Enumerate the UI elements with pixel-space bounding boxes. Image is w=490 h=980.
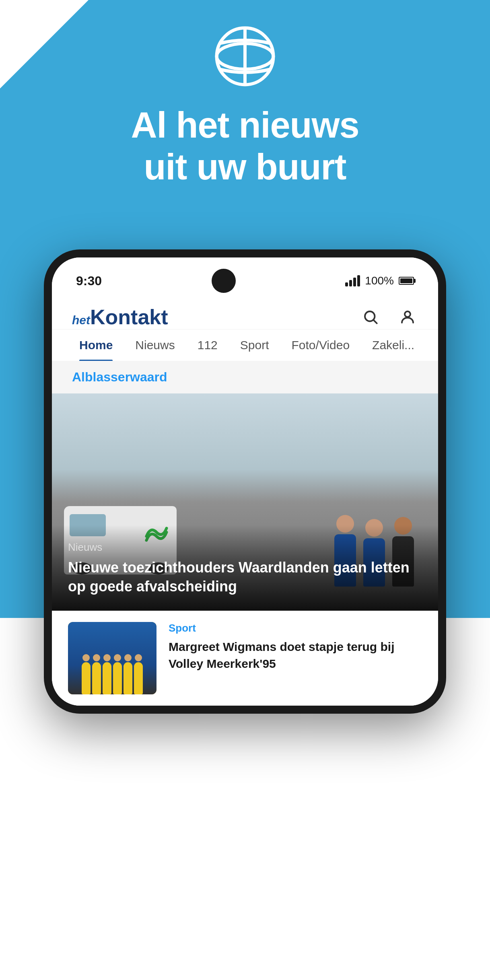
second-news-category: Sport (169, 622, 422, 634)
main-news-article[interactable]: Nieuws Nieuwe toezichthouders Waardlande… (52, 393, 438, 611)
second-news-content: Sport Margreet Wigmans doet stapje terug… (169, 622, 422, 672)
svg-point-5 (405, 311, 410, 317)
tab-zakelijk[interactable]: Zakeli... (361, 329, 426, 361)
battery-icon (399, 277, 414, 285)
news-overlay: Nieuws Nieuwe toezichthouders Waardlande… (52, 525, 438, 611)
status-bar: 9:30 100% (52, 257, 438, 297)
tagline-line2: uit uw buurt (131, 146, 359, 188)
tab-home[interactable]: Home (68, 329, 124, 361)
phone-mockup: 9:30 100% het (44, 249, 446, 714)
app-header: het Kontakt (52, 297, 438, 329)
category-label: Alblasserwaard (72, 370, 167, 384)
main-news-title: Nieuwe toezichthouders Waardlanden gaan … (68, 558, 422, 596)
tab-112[interactable]: 112 (186, 329, 229, 361)
camera-notch (212, 269, 236, 293)
profile-button[interactable] (397, 307, 418, 327)
app-logo: het Kontakt (72, 305, 168, 329)
tab-fotovideo[interactable]: Foto/Video (280, 329, 361, 361)
second-news-article[interactable]: Sport Margreet Wigmans doet stapje terug… (52, 611, 438, 706)
globe-icon (213, 24, 277, 89)
navigation-tabs: Home Nieuws 112 Sport Foto/Video Zakeli.… (52, 329, 438, 361)
tagline-line1: Al het nieuws (131, 105, 359, 146)
phone-body: 9:30 100% het (44, 249, 446, 714)
tab-nieuws[interactable]: Nieuws (124, 329, 186, 361)
logo-kontakt: Kontakt (90, 305, 168, 329)
logo-het: het (72, 313, 90, 327)
main-news-category: Nieuws (68, 541, 422, 554)
top-content: Al het nieuws uit uw buurt (0, 24, 490, 188)
signal-icon (345, 275, 360, 286)
search-button[interactable] (360, 307, 381, 327)
phone-screen: 9:30 100% het (52, 257, 438, 706)
second-news-image (68, 622, 156, 694)
status-time: 9:30 (76, 274, 102, 288)
tab-sport[interactable]: Sport (229, 329, 280, 361)
tagline: Al het nieuws uit uw buurt (131, 105, 359, 188)
second-news-title: Margreet Wigmans doet stapje terug bij V… (169, 638, 422, 672)
header-icons (360, 307, 418, 327)
svg-line-4 (374, 320, 377, 323)
category-section: Alblasserwaard (52, 361, 438, 393)
battery-percent: 100% (365, 274, 394, 287)
status-right: 100% (345, 274, 414, 287)
